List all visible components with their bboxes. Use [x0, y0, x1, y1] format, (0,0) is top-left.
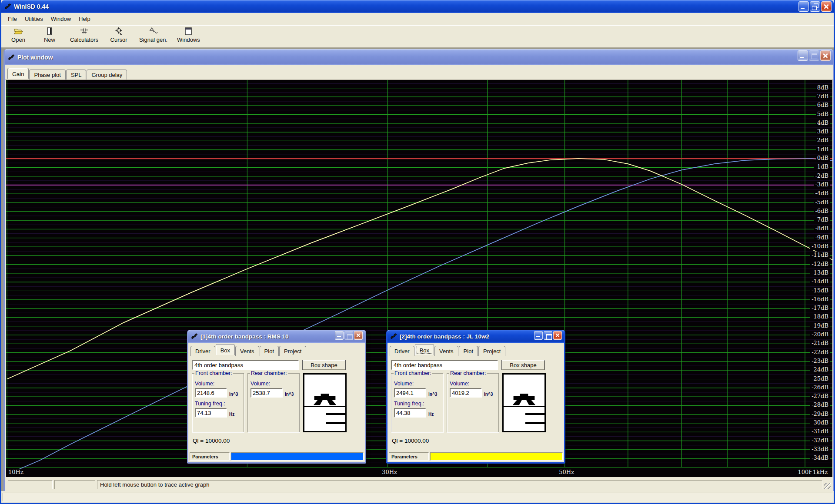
y-axis-label: -16dB [810, 296, 830, 303]
y-axis-label: -8dB [814, 225, 830, 232]
y-axis-label: -3dB [814, 181, 830, 188]
volume-unit: in^3 [428, 392, 437, 397]
x-axis-label: 10Hz [7, 469, 25, 476]
tuning-freq-input[interactable] [394, 408, 426, 418]
dialog-titlebar[interactable]: [1]4th order bandpass : RMS 10 [188, 330, 365, 343]
y-axis-label: -24dB [810, 366, 830, 373]
dialog-title: [2]4th order bandpass : JL 10w2 [400, 333, 489, 340]
y-axis-label: 6dB [816, 102, 830, 109]
toolbar-button-open[interactable]: Open [5, 25, 32, 44]
y-axis-label: 0dB [816, 155, 830, 162]
rear-volume-input[interactable] [250, 388, 283, 398]
parameters-tab[interactable]: Parameters [389, 452, 429, 461]
status-panel [8, 480, 53, 489]
dialog-tab-plot[interactable]: Plot [260, 346, 279, 356]
main-window: WinISD 0.44 FileUtilitiesWindowHelp Open… [0, 0, 835, 504]
menu-item-window[interactable]: Window [47, 14, 75, 24]
dialog-tab-box[interactable]: Box [415, 344, 434, 355]
close-button[interactable] [354, 331, 363, 340]
toolbar-button-cursor[interactable]: Cursor [105, 25, 132, 44]
speaker-driver-icon [312, 394, 338, 406]
cursor-crosshair-icon [114, 27, 124, 36]
box-shape-button[interactable]: Box shape [501, 360, 545, 370]
menu-item-utilities[interactable]: Utilities [21, 14, 47, 24]
restore-button[interactable] [810, 1, 820, 12]
box-shape-button[interactable]: Box shape [302, 360, 346, 370]
y-axis-label: -22dB [810, 349, 830, 356]
windows-icon [184, 27, 193, 36]
toolbar-button-calculators[interactable]: Calculators [67, 25, 101, 44]
minimize-button[interactable] [534, 331, 543, 340]
box-type-value: 4th order bandpass [394, 362, 442, 368]
minimize-button[interactable] [798, 1, 809, 12]
dialog-tab-vents[interactable]: Vents [434, 346, 458, 356]
front-chamber-group: Front chamber: Volume: in^3 Tuning freq.… [192, 373, 244, 432]
maximize-button[interactable] [344, 331, 353, 340]
dialog-title: [1]4th order bandpass : RMS 10 [200, 333, 289, 340]
plot-tab-spl[interactable]: SPL [66, 70, 87, 80]
box-type-combobox[interactable]: 4th order bandpass [391, 360, 498, 370]
menu-item-help[interactable]: Help [75, 14, 94, 24]
dialog-tab-project[interactable]: Project [279, 346, 306, 356]
y-axis-label: -14dB [810, 278, 830, 285]
y-axis-label: -26dB [810, 384, 830, 391]
maximize-button[interactable] [809, 50, 819, 61]
front-volume-input[interactable] [394, 388, 426, 398]
app-icon [390, 332, 397, 340]
app-icon [190, 332, 198, 340]
dialog-tab-driver[interactable]: Driver [190, 346, 215, 356]
new-file-icon [45, 27, 54, 36]
parameters-tab[interactable]: Parameters [190, 452, 230, 461]
y-axis-label: -23dB [810, 358, 830, 365]
front-volume-input[interactable] [195, 388, 227, 398]
plot-tab-phase-plot[interactable]: Phase plot [29, 70, 65, 80]
y-axis-label: 8dB [816, 84, 830, 91]
status-message: Hold left mouse button to trace active g… [97, 480, 822, 489]
y-axis-label: -33dB [810, 446, 830, 453]
rear-volume-input[interactable] [450, 388, 482, 398]
dialog-tab-project[interactable]: Project [478, 346, 505, 356]
dialog-tab-box[interactable]: Box [216, 344, 235, 355]
toolbar-label: Signal gen. [139, 36, 167, 43]
box-type-combobox[interactable]: 4th order bandpass [192, 360, 299, 370]
main-titlebar[interactable]: WinISD 0.44 [1, 0, 834, 13]
volume-label: Volume: [195, 381, 241, 387]
close-button[interactable] [821, 1, 832, 12]
plot-tab-group-delay[interactable]: Group delay [87, 70, 127, 80]
y-axis-label: 3dB [816, 128, 830, 135]
y-axis-label: -11dB [810, 252, 830, 259]
plot-window-titlebar[interactable]: Plot window [5, 49, 833, 65]
y-axis-label: -21dB [810, 340, 830, 347]
y-axis-label: 1dB [816, 146, 830, 153]
tuning-unit: Hz [428, 412, 434, 417]
toolbar-button-signal-gen-[interactable]: Signal gen. [137, 25, 170, 44]
y-axis-label: -15dB [810, 287, 830, 294]
dialog-titlebar[interactable]: [2]4th order bandpass : JL 10w2 [387, 330, 564, 343]
open-folder-icon [13, 27, 23, 36]
resize-grip-icon[interactable] [824, 483, 831, 489]
tuning-freq-input[interactable] [195, 408, 227, 418]
maximize-button[interactable] [544, 331, 552, 340]
dialog-tab-bar: DriverBoxVentsPlotProject [190, 344, 307, 356]
box-shape-diagram [303, 373, 347, 432]
y-axis-label: -30dB [810, 419, 830, 426]
close-button[interactable] [820, 50, 831, 61]
window-title: WinISD 0.44 [14, 3, 49, 10]
plot-tab-gain[interactable]: Gain [7, 68, 29, 79]
close-button[interactable] [553, 331, 562, 340]
minimize-button[interactable] [798, 50, 808, 61]
menu-item-file[interactable]: File [4, 14, 21, 24]
toolbar-button-windows[interactable]: Windows [174, 25, 203, 44]
y-axis-label: -9dB [814, 234, 830, 241]
series-color-bar [430, 452, 563, 461]
minimize-button[interactable] [335, 331, 344, 340]
dialog-statusbar: Parameters [190, 452, 364, 461]
dialog-statusbar: Parameters [389, 452, 563, 461]
dialog-tab-plot[interactable]: Plot [459, 346, 478, 356]
front-chamber-group: Front chamber: Volume: in^3 Tuning freq.… [391, 373, 443, 432]
toolbar-button-new[interactable]: New [36, 25, 63, 44]
y-axis-label: 5dB [816, 111, 830, 118]
dialog-tab-vents[interactable]: Vents [235, 346, 259, 356]
dialog-tab-driver[interactable]: Driver [390, 346, 414, 356]
y-axis-label: -7dB [814, 216, 830, 223]
